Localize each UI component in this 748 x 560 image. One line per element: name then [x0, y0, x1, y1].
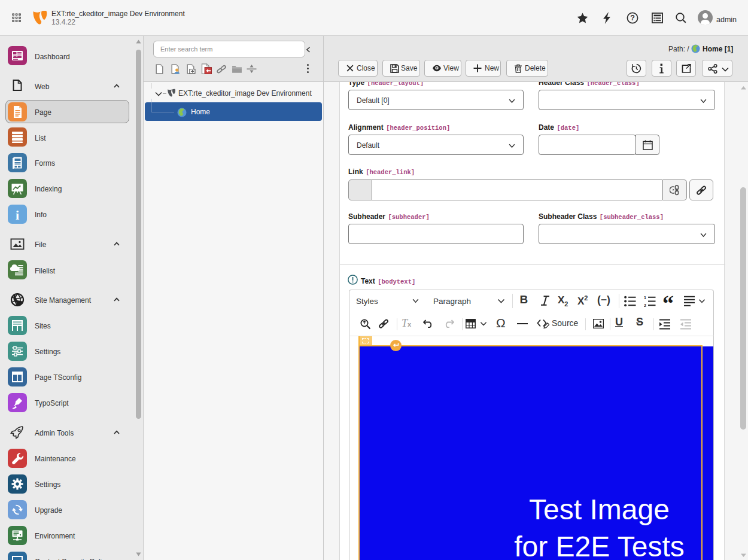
- svg-text:2: 2: [644, 303, 646, 307]
- svg-text:1: 1: [644, 296, 646, 300]
- svg-text:i: i: [16, 207, 19, 222]
- svg-text:?: ?: [630, 14, 635, 22]
